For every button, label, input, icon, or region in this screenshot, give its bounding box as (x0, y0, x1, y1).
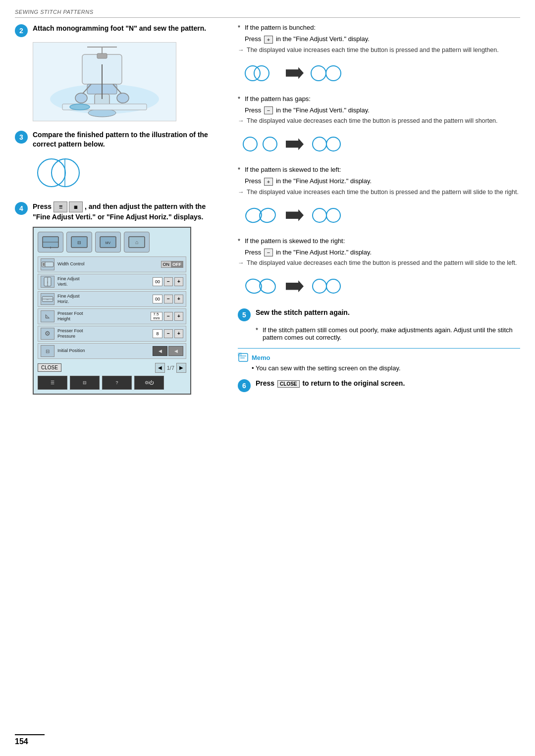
step-6-close-label: CLOSE (280, 381, 297, 387)
page-header: SEWING STITCH PATTERNS (15, 9, 520, 18)
pos-btn-left[interactable]: ◀ (153, 346, 167, 356)
screen-row-fine-verti: ↕ Fine AdjustVerti. 00 − + (38, 274, 186, 290)
nav-prev-btn[interactable]: ◀ (155, 363, 165, 373)
sewing-foot-svg (38, 45, 171, 119)
bunched-after-svg (310, 58, 347, 88)
skewed-left-item: * If the pattern is skewed to the left: (238, 166, 520, 173)
step-4-press-label: Press (33, 202, 54, 210)
skewed-right-before-svg (243, 271, 280, 301)
step-4-header: 4 Press ☰ ▦ , and then adjust the patter… (15, 202, 223, 222)
fine-verti-icon: ↕ (41, 276, 54, 288)
width-control-ctrl: ON OFF (161, 261, 184, 268)
svg-point-39 (245, 66, 260, 81)
skewed-right-press: Press − in the "Fine Adjust Horiz." disp… (245, 249, 520, 257)
screen-icon-stitch[interactable]: ↕ (38, 232, 63, 252)
minus-btn-gaps: − (264, 106, 273, 114)
arrow-icon-2: → (238, 117, 244, 124)
presser-pressure-minus[interactable]: − (164, 329, 173, 338)
bunched-before-svg (243, 58, 280, 88)
skewed-left-pattern-visual (243, 201, 520, 230)
memo-box: Memo • You can sew with the setting scre… (238, 348, 520, 372)
svg-point-41 (311, 66, 326, 81)
presser-height-minus[interactable]: − (164, 312, 173, 321)
screen-icon-home[interactable]: ⌂ (124, 232, 150, 252)
toolbar-settings-btn[interactable]: ⚙i⏻ (134, 376, 164, 390)
svg-text:⚙: ⚙ (45, 330, 51, 337)
svg-point-49 (313, 208, 326, 222)
step-2-block: 2 Attach monogramming foot "N" and sew t… (15, 24, 223, 121)
screen-row-initial-pos: ⊟ Initial Position ◀ ◀ (38, 343, 186, 359)
off-btn[interactable]: OFF (171, 261, 183, 267)
toolbar-sew-btn[interactable]: ⊟ (70, 376, 100, 390)
star-icon-2: * (238, 95, 240, 102)
presser-height-ctrl: 7.5mm − + (151, 312, 183, 321)
step-4-btn-icon: ☰ ▦ (54, 202, 83, 212)
step-5-bullet-item: * If the stitch pattern still comes out … (256, 326, 520, 341)
skewed-right-result-text: The displayed value decreases each time … (247, 259, 517, 266)
gaps-item: * If the pattern has gaps: (238, 95, 520, 102)
step-5-title: Sew the stitch pattern again. (256, 308, 350, 317)
menu-icon-btn: ☰ (54, 202, 67, 212)
step-4-block: 4 Press ☰ ▦ , and then adjust the patter… (15, 202, 223, 395)
presser-height-val: 7.5mm (151, 312, 162, 321)
bunched-press: Press + in the "Fine Adjust Verti." disp… (245, 35, 520, 44)
pos-btn-right[interactable]: ◀ (168, 346, 183, 356)
gaps-result-text: The displayed value decreases each time … (247, 117, 498, 124)
step-2-illustration (33, 42, 176, 121)
fine-horiz-icon: ↔ (41, 293, 54, 305)
screen-nav-bar: ◀ 1/7 ▶ (155, 363, 186, 373)
presser-pressure-plus[interactable]: + (174, 329, 183, 338)
svg-point-48 (258, 206, 277, 224)
fine-verti-plus[interactable]: + (174, 277, 183, 286)
svg-text:↔: ↔ (46, 298, 49, 301)
nav-next-btn[interactable]: ▶ (176, 363, 186, 373)
toolbar-menu-btn[interactable]: ☰ (38, 376, 67, 390)
svg-rect-29 (43, 263, 45, 266)
svg-text:MV: MV (106, 241, 111, 245)
presser-height-plus[interactable]: + (174, 312, 183, 321)
position-buttons: ◀ ◀ (153, 346, 183, 356)
step-5-bullet-text: If the stitch pattern still comes out po… (263, 326, 513, 341)
svg-text:⌂: ⌂ (135, 239, 139, 245)
svg-point-10 (75, 93, 87, 103)
on-btn[interactable]: ON (161, 261, 171, 267)
arrow-icon: → (238, 47, 244, 53)
gaps-arrow-text: → The displayed value decreases each tim… (238, 117, 520, 124)
screen-close-btn[interactable]: CLOSE (38, 363, 61, 372)
step-3-header: 3 Compare the finished pattern to the il… (15, 130, 223, 149)
gaps-before-svg (243, 129, 280, 159)
skewed-left-press: Press + in the "Fine Adjust Horiz." disp… (245, 177, 520, 186)
toolbar-help-btn[interactable]: ? (102, 376, 132, 390)
memo-text: You can sew with the setting screen on t… (256, 364, 401, 372)
screen-row-fine-horiz: ↔ Fine AdjustHoriz. 00 − + (38, 291, 186, 307)
fine-horiz-minus[interactable]: − (164, 295, 173, 303)
screen-toolbar: ☰ ⊟ ? ⚙i⏻ (38, 376, 186, 390)
fine-verti-minus[interactable]: − (164, 277, 173, 286)
svg-point-52 (258, 278, 277, 295)
settings-icon-btn: ▦ (69, 202, 83, 212)
svg-point-50 (326, 208, 340, 222)
gaps-text: If the pattern has gaps: (245, 95, 311, 102)
step-4-circle: 4 (15, 202, 28, 215)
presser-height-icon: ⊾ (41, 310, 54, 322)
screen-icon-sew[interactable]: ⊟ (66, 232, 92, 252)
skewed-left-text: If the pattern is skewed to the left: (245, 166, 341, 173)
on-off-toggle[interactable]: ON OFF (161, 261, 184, 268)
step-3-title: Compare the finished pattern to the illu… (33, 130, 223, 149)
pattern-arrow-big-4 (286, 280, 304, 292)
skewed-right-item: * If the pattern is skewed to the right: (238, 237, 520, 245)
bunched-item: * If the pattern is bunched: (238, 24, 520, 31)
bunched-result-text: The displayed value increases each time … (247, 47, 499, 53)
svg-rect-14 (97, 53, 107, 58)
svg-point-46 (326, 137, 340, 151)
step-5-circle: 5 (238, 308, 251, 321)
memo-bullet: • (252, 364, 256, 372)
step-6-close-btn[interactable]: CLOSE (277, 380, 299, 388)
skewed-left-arrow-text: → The displayed value increases each tim… (238, 189, 520, 196)
screen-close-label: CLOSE (41, 365, 58, 370)
presser-height-label: Presser FootHeight (57, 311, 148, 322)
fine-horiz-plus[interactable]: + (174, 295, 183, 303)
svg-text:⊟: ⊟ (46, 349, 50, 354)
star-icon-5: * (256, 326, 258, 334)
screen-icon-mv[interactable]: MV (95, 232, 121, 252)
